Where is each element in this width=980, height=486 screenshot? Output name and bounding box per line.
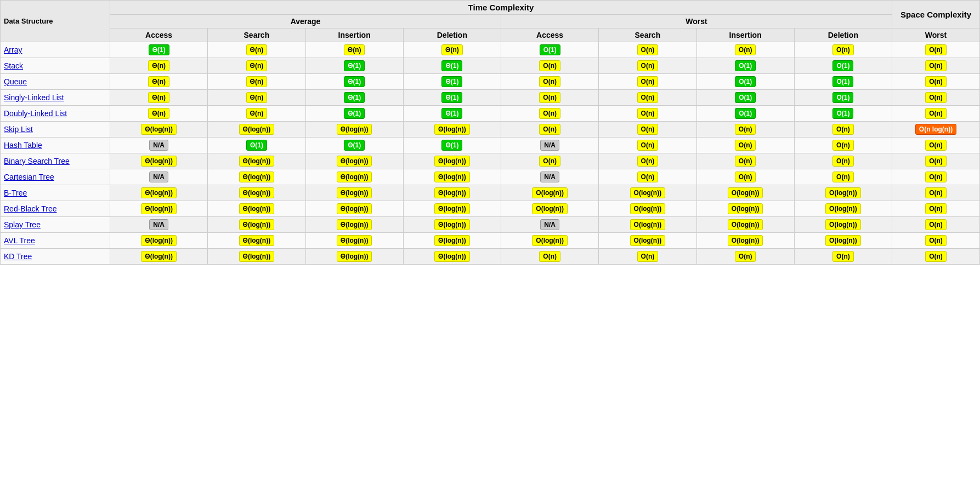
wst-delete-badge: O(n) — [832, 124, 854, 135]
wst-access-cell: O(n) — [501, 74, 599, 90]
wst-delete-cell: O(1) — [794, 106, 892, 122]
wst-search-badge: O(n) — [637, 44, 659, 55]
avg-search-cell: Θ(log(n)) — [208, 122, 305, 138]
avg-access-badge: N/A — [149, 219, 168, 230]
avg-delete-cell: Θ(n) — [403, 42, 501, 58]
header-space-worst: Worst — [892, 28, 980, 42]
ds-name-cell: Array — [1, 42, 110, 58]
wst-delete-cell: O(n) — [794, 122, 892, 138]
ds-link[interactable]: Skip List — [4, 125, 33, 134]
avg-delete-cell: Θ(log(n)) — [403, 249, 501, 265]
avg-delete-badge: Θ(log(n)) — [434, 203, 470, 214]
avg-access-cell: Θ(log(n)) — [110, 233, 208, 249]
ds-link[interactable]: Doubly-Linked List — [4, 109, 67, 118]
avg-delete-badge: Θ(log(n)) — [434, 251, 470, 262]
wst-search-cell: O(n) — [599, 90, 696, 106]
ds-name-cell: Cartesian Tree — [1, 169, 110, 185]
wst-insert-cell: O(log(n)) — [696, 217, 794, 233]
space-cell: O(n) — [892, 58, 980, 74]
header-avg-search: Search — [208, 28, 305, 42]
avg-insert-badge: Θ(log(n)) — [337, 251, 372, 262]
avg-insert-cell: Θ(n) — [305, 42, 403, 58]
avg-access-badge: Θ(log(n)) — [141, 187, 177, 198]
wst-access-cell: N/A — [501, 217, 599, 233]
avg-search-badge: Θ(log(n)) — [239, 203, 275, 214]
wst-access-badge: O(n) — [539, 92, 560, 103]
wst-search-cell: O(log(n)) — [599, 201, 696, 217]
wst-delete-badge: O(1) — [832, 108, 853, 119]
wst-search-badge: O(n) — [637, 76, 659, 87]
space-cell: O(n) — [892, 74, 980, 90]
wst-search-cell: O(n) — [599, 169, 696, 185]
avg-insert-cell: Θ(1) — [305, 90, 403, 106]
avg-delete-badge: Θ(n) — [441, 44, 463, 55]
ds-link[interactable]: B-Tree — [4, 188, 27, 197]
ds-link[interactable]: Hash Table — [4, 141, 42, 150]
wst-search-cell: O(log(n)) — [599, 217, 696, 233]
ds-link[interactable]: Splay Tree — [4, 220, 41, 229]
ds-link[interactable]: Singly-Linked List — [4, 93, 64, 102]
avg-insert-badge: Θ(log(n)) — [337, 219, 372, 230]
wst-delete-badge: O(n) — [832, 156, 854, 167]
table-row: QueueΘ(n)Θ(n)Θ(1)Θ(1)O(n)O(n)O(1)O(1)O(n… — [1, 74, 980, 90]
space-cell: O(n) — [892, 185, 980, 201]
ds-link[interactable]: Cartesian Tree — [4, 173, 54, 181]
avg-insert-cell: Θ(log(n)) — [305, 201, 403, 217]
avg-access-cell: Θ(n) — [110, 74, 208, 90]
wst-delete-badge: O(n) — [832, 44, 854, 55]
wst-insert-cell: O(log(n)) — [696, 185, 794, 201]
space-badge: O(n) — [925, 171, 947, 182]
wst-access-badge: O(log(n)) — [532, 235, 568, 246]
ds-name-cell: Queue — [1, 74, 110, 90]
table-row: Skip ListΘ(log(n))Θ(log(n))Θ(log(n))Θ(lo… — [1, 122, 980, 138]
wst-insert-cell: O(log(n)) — [696, 233, 794, 249]
avg-delete-cell: Θ(1) — [403, 138, 501, 153]
avg-insert-cell: Θ(log(n)) — [305, 217, 403, 233]
ds-link[interactable]: Array — [4, 45, 22, 54]
wst-insert-cell: O(1) — [696, 74, 794, 90]
header-wst-insertion: Insertion — [696, 28, 794, 42]
table-row: Singly-Linked ListΘ(n)Θ(n)Θ(1)Θ(1)O(n)O(… — [1, 90, 980, 106]
ds-name-cell: Hash Table — [1, 138, 110, 153]
wst-search-cell: O(n) — [599, 74, 696, 90]
wst-search-cell: O(n) — [599, 153, 696, 169]
wst-delete-cell: O(n) — [794, 42, 892, 58]
avg-access-badge: Θ(log(n)) — [141, 203, 177, 214]
avg-access-badge: Θ(n) — [148, 108, 169, 119]
wst-access-badge: N/A — [540, 171, 559, 182]
avg-access-badge: N/A — [149, 140, 168, 151]
avg-search-badge: Θ(1) — [246, 140, 267, 151]
wst-insert-cell: O(1) — [696, 106, 794, 122]
avg-delete-badge: Θ(log(n)) — [434, 171, 470, 182]
wst-insert-badge: O(1) — [735, 92, 756, 103]
avg-insert-badge: Θ(n) — [344, 44, 365, 55]
ds-link[interactable]: Binary Search Tree — [4, 157, 70, 165]
wst-delete-cell: O(1) — [794, 90, 892, 106]
wst-delete-cell: O(n) — [794, 153, 892, 169]
ds-link[interactable]: AVL Tree — [4, 236, 35, 245]
space-badge: O(n) — [925, 92, 947, 103]
header-avg-insertion: Insertion — [305, 28, 403, 42]
ds-link[interactable]: Red-Black Tree — [4, 204, 56, 213]
table-row: Hash TableN/AΘ(1)Θ(1)Θ(1)N/AO(n)O(n)O(n)… — [1, 138, 980, 153]
ds-link[interactable]: KD Tree — [4, 252, 32, 261]
ds-link[interactable]: Stack — [4, 61, 23, 70]
wst-access-cell: O(n) — [501, 249, 599, 265]
wst-access-cell: O(n) — [501, 106, 599, 122]
wst-delete-badge: O(1) — [832, 76, 853, 87]
header-average: Average — [110, 15, 501, 28]
ds-link[interactable]: Queue — [4, 77, 27, 86]
wst-access-cell: O(1) — [501, 42, 599, 58]
ds-name-cell: Singly-Linked List — [1, 90, 110, 106]
avg-insert-badge: Θ(log(n)) — [337, 156, 372, 167]
space-badge: O(n log(n)) — [915, 124, 956, 135]
avg-search-cell: Θ(n) — [208, 90, 305, 106]
wst-search-badge: O(n) — [637, 124, 659, 135]
avg-search-cell: Θ(log(n)) — [208, 185, 305, 201]
ds-name-cell: Splay Tree — [1, 217, 110, 233]
ds-name-cell: Red-Black Tree — [1, 201, 110, 217]
wst-access-badge: O(n) — [539, 60, 560, 71]
avg-access-cell: Θ(log(n)) — [110, 201, 208, 217]
wst-access-badge: O(n) — [539, 76, 560, 87]
avg-delete-cell: Θ(1) — [403, 58, 501, 74]
